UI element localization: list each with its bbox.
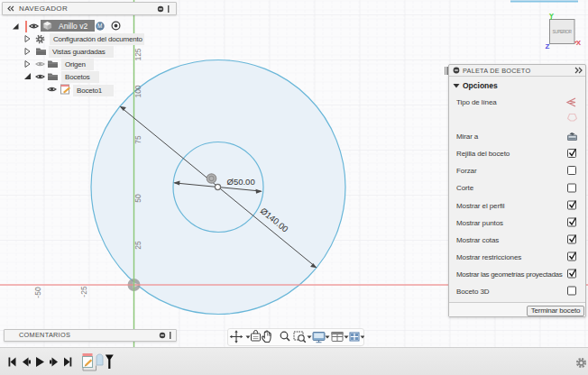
svg-text:SUPERIOR: SUPERIOR — [553, 30, 573, 34]
svg-text:Ø50.00: Ø50.00 — [227, 177, 255, 187]
svg-text:25: 25 — [133, 241, 142, 250]
svg-text:75: 75 — [133, 135, 142, 144]
svg-text:-50: -50 — [33, 287, 42, 298]
svg-text:Z: Z — [546, 42, 550, 50]
svg-text:-25: -25 — [79, 286, 88, 297]
svg-text:X: X — [576, 39, 582, 47]
svg-text:50: 50 — [133, 194, 142, 203]
svg-text:M: M — [97, 23, 102, 29]
